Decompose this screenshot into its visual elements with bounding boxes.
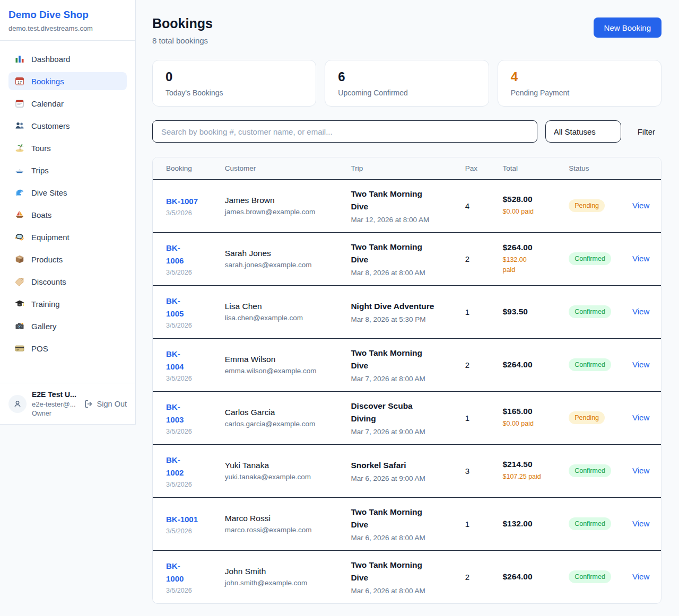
sidebar-item-boats[interactable]: Boats — [8, 206, 127, 224]
table-row: BK- 1000 3/5/2026 John Smith john.smith@… — [153, 550, 661, 603]
total-amount: $93.50 — [503, 307, 563, 316]
sidebar-item-gallery[interactable]: Gallery — [8, 317, 127, 335]
table-row: BK- 1006 3/5/2026 Sarah Jones sarah.jone… — [153, 232, 661, 285]
status-filter-select[interactable]: All Statuses — [545, 120, 621, 143]
booking-id-link[interactable]: BK-1007 — [166, 195, 219, 208]
booking-id-link[interactable]: BK- 1000 — [166, 560, 219, 585]
total-amount: $528.00 — [503, 195, 563, 204]
table-header-row: BookingCustomerTripPaxTotalStatus — [153, 157, 661, 179]
booking-date: 3/5/2026 — [166, 322, 219, 329]
booking-id-link[interactable]: BK- 1004 — [166, 348, 219, 373]
sidebar-item-tours[interactable]: Tours — [8, 139, 127, 157]
trip-datetime: Mar 12, 2026 at 8:00 AM — [351, 216, 458, 224]
trip-datetime: Mar 7, 2026 at 8:00 AM — [351, 375, 458, 383]
customer-email: marco.rossi@example.com — [225, 526, 345, 534]
table-row: BK- 1003 3/5/2026 Carlos Garcia carlos.g… — [153, 391, 661, 444]
sidebar-item-customers[interactable]: Customers — [8, 117, 127, 135]
booking-date: 3/5/2026 — [166, 269, 219, 276]
trip-name: Night Dive Adventure — [351, 300, 458, 313]
user-info: E2E Test U... e2e-tester@... Owner — [32, 390, 79, 417]
sign-out-button[interactable]: Sign Out — [84, 399, 127, 409]
sidebar-item-bookings[interactable]: 17 Bookings — [8, 72, 127, 90]
stat-card-pending-payment: 4 Pending Payment — [498, 60, 661, 107]
sidebar-item-products[interactable]: Products — [8, 250, 127, 268]
island-icon — [15, 143, 24, 153]
view-link[interactable]: View — [632, 254, 649, 263]
sidebar-item-dashboard[interactable]: Dashboard — [8, 50, 127, 68]
sidebar-item-discounts[interactable]: Discounts — [8, 272, 127, 291]
status-filter-wrap: All Statuses — [545, 120, 621, 143]
booking-id-link[interactable]: BK- 1006 — [166, 242, 219, 267]
total-amount: $264.00 — [503, 360, 563, 369]
status-badge: Confirmed — [569, 517, 611, 530]
status-badge: Confirmed — [569, 358, 611, 371]
customer-name: Marco Rossi — [225, 514, 345, 523]
booking-id-link[interactable]: BK-1001 — [166, 513, 219, 526]
trip-datetime: Mar 6, 2026 at 8:00 AM — [351, 587, 458, 595]
sidebar-item-training[interactable]: Training — [8, 295, 127, 313]
stats-cards: 0 Today's Bookings 6 Upcoming Confirmed … — [152, 60, 661, 107]
view-link[interactable]: View — [632, 519, 649, 528]
column-header-total: Total — [503, 157, 569, 179]
tear-off-calendar-icon — [15, 99, 24, 108]
booking-date: 3/5/2026 — [166, 209, 219, 217]
sidebar-header: Demo Dive Shop demo.test.divestreams.com — [0, 0, 135, 41]
sidebar: Demo Dive Shop demo.test.divestreams.com… — [0, 0, 136, 425]
view-link[interactable]: View — [632, 360, 649, 369]
bookings-table-body: BK-1007 3/5/2026 James Brown james.brown… — [153, 179, 661, 603]
bar-chart-icon — [15, 54, 24, 64]
pax-count: 2 — [465, 550, 503, 603]
pax-count: 1 — [465, 497, 503, 550]
search-input[interactable] — [152, 120, 537, 143]
pax-count: 4 — [465, 179, 503, 232]
trip-name: Two Tank Morning Dive — [351, 188, 458, 213]
booking-id-link[interactable]: BK- 1003 — [166, 401, 219, 426]
column-header-pax: Pax — [465, 157, 503, 179]
view-link[interactable]: View — [632, 201, 649, 210]
sidebar-item-equipment[interactable]: Equipment — [8, 228, 127, 246]
brand-domain: demo.test.divestreams.com — [8, 24, 127, 32]
booking-id-link[interactable]: BK- 1002 — [166, 454, 219, 479]
avatar — [8, 395, 27, 413]
customer-email: yuki.tanaka@example.com — [225, 473, 345, 481]
person-icon — [13, 399, 22, 409]
view-link[interactable]: View — [632, 572, 649, 581]
sign-out-label: Sign Out — [97, 400, 127, 408]
customer-name: John Smith — [225, 567, 345, 576]
trip-datetime: Mar 6, 2026 at 9:00 AM — [351, 474, 458, 482]
pax-count: 2 — [465, 232, 503, 285]
graduation-cap-icon — [15, 299, 24, 309]
view-link[interactable]: View — [632, 413, 649, 422]
credit-card-icon — [15, 344, 24, 353]
booking-date: 3/5/2026 — [166, 375, 219, 382]
total-amount: $132.00 — [503, 519, 563, 529]
sidebar-item-dive-sites[interactable]: Dive Sites — [8, 183, 127, 201]
trip-name: Two Tank Morning Dive — [351, 241, 458, 266]
bookings-table-card: BookingCustomerTripPaxTotalStatus BK-100… — [152, 157, 661, 604]
total-amount: $264.00 — [503, 572, 563, 582]
sidebar-user-section: E2E Test U... e2e-tester@... Owner Sign … — [0, 383, 135, 424]
table-row: BK-1007 3/5/2026 James Brown james.brown… — [153, 179, 661, 232]
status-badge: Confirmed — [569, 570, 611, 583]
booking-id-link[interactable]: BK- 1005 — [166, 295, 219, 320]
sidebar-item-trips[interactable]: Trips — [8, 161, 127, 179]
stat-card-upcoming-confirmed: 6 Upcoming Confirmed — [325, 60, 489, 107]
status-badge: Confirmed — [569, 305, 611, 318]
pax-count: 2 — [465, 338, 503, 391]
table-row: BK- 1004 3/5/2026 Emma Wilson emma.wilso… — [153, 338, 661, 391]
stat-label: Pending Payment — [511, 89, 648, 97]
filter-button[interactable]: Filter — [621, 127, 661, 136]
view-link[interactable]: View — [632, 466, 649, 475]
status-badge: Confirmed — [569, 464, 611, 477]
sidebar-item-pos[interactable]: POS — [8, 339, 127, 357]
table-row: BK-1001 3/5/2026 Marco Rossi marco.rossi… — [153, 497, 661, 550]
table-row: BK- 1005 3/5/2026 Lisa Chen lisa.chen@ex… — [153, 285, 661, 338]
new-booking-button[interactable]: New Booking — [594, 17, 661, 38]
view-link[interactable]: View — [632, 307, 649, 316]
customer-email: sarah.jones@example.com — [225, 261, 345, 269]
sidebar-item-calendar[interactable]: Calendar — [8, 94, 127, 112]
speedboat-icon — [15, 165, 24, 175]
booking-date: 3/5/2026 — [166, 527, 219, 535]
customer-name: Yuki Tanaka — [225, 461, 345, 470]
trip-datetime: Mar 6, 2026 at 8:00 AM — [351, 534, 458, 542]
